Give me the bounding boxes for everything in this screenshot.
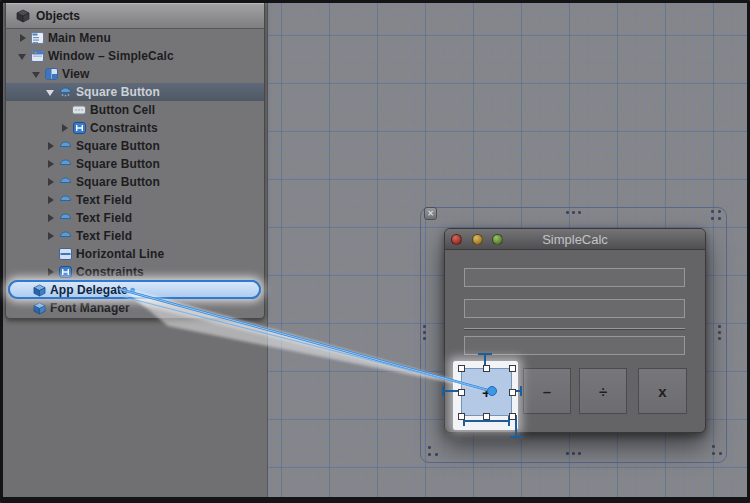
outline-row-constraints[interactable]: Constraints — [6, 119, 264, 137]
outline-row-square-button[interactable]: Square Button — [6, 137, 264, 155]
constraints-icon — [58, 266, 72, 279]
left-resize-handle[interactable] — [423, 331, 426, 334]
divide-button[interactable]: ÷ — [579, 368, 627, 414]
disclosure-triangle-icon[interactable] — [46, 177, 56, 187]
connection-origin-dot[interactable] — [130, 288, 135, 293]
bottom-right-resize-handle[interactable] — [712, 452, 715, 455]
disclosure-triangle-icon[interactable] — [18, 51, 28, 61]
selection-handle[interactable] — [483, 413, 490, 420]
minus-button[interactable]: – — [523, 368, 571, 414]
constraints-icon — [72, 122, 86, 135]
right-resize-handle[interactable] — [718, 337, 721, 340]
disclosure-triangle-icon[interactable] — [18, 33, 28, 43]
left-resize-handle[interactable] — [423, 325, 426, 328]
constraint-beam — [510, 436, 523, 438]
cube-icon — [32, 302, 46, 315]
constraint-beam — [520, 386, 522, 396]
disclosure-triangle-icon[interactable] — [46, 231, 56, 241]
row-label: Text Field — [76, 211, 132, 225]
view-icon — [44, 68, 58, 81]
top-right-resize-handle[interactable] — [711, 210, 714, 213]
selection-handle[interactable] — [458, 389, 465, 396]
text-field-icon — [58, 212, 72, 225]
plus-button[interactable]: + — [461, 368, 512, 416]
outline-row-text-field[interactable]: Text Field — [6, 227, 264, 245]
objects-cube-icon — [16, 9, 30, 23]
disclosure-triangle-icon[interactable] — [46, 195, 56, 205]
panel-title: Objects — [36, 9, 80, 23]
outline-row-button-cell[interactable]: Button Cell — [6, 101, 264, 119]
outline-row-main-menu[interactable]: Main Menu — [6, 29, 264, 47]
interface-builder-screenshot: ✕ SimpleCalc — [0, 0, 750, 503]
row-label: Text Field — [76, 193, 132, 207]
row-label: Square Button — [76, 139, 160, 153]
outline-row-app-delegate[interactable]: App Delegate — [6, 281, 264, 299]
right-resize-handle[interactable] — [718, 331, 721, 334]
window-titlebar[interactable]: SimpleCalc — [445, 229, 705, 250]
outline-row-view[interactable]: View — [6, 65, 264, 83]
disclosure-triangle-icon[interactable] — [60, 123, 70, 133]
selection-handle[interactable] — [509, 413, 516, 420]
row-label: Horizontal Line — [76, 247, 164, 261]
outline-row-square-button-selected[interactable]: Square Button — [6, 83, 264, 101]
objects-panel-header: Objects — [6, 3, 264, 29]
bottom-resize-handle[interactable] — [578, 452, 581, 455]
row-label: Text Field — [76, 229, 132, 243]
bottom-resize-handle[interactable] — [572, 452, 575, 455]
right-resize-handle[interactable] — [718, 325, 721, 328]
row-label: Square Button — [76, 175, 160, 189]
bottom-resize-handle[interactable] — [566, 452, 569, 455]
outline-row-square-button[interactable]: Square Button — [6, 173, 264, 191]
outline-row-window-simplecalc[interactable]: Window – SimpleCalc — [6, 47, 264, 65]
top-right-resize-handle[interactable] — [711, 217, 714, 220]
selection-handle[interactable] — [509, 389, 516, 396]
square-button-icon — [58, 140, 72, 153]
disclosure-triangle-icon[interactable] — [46, 213, 56, 223]
outline-row-square-button[interactable]: Square Button — [6, 155, 264, 173]
square-button-icon — [58, 158, 72, 171]
multiply-button[interactable]: x — [638, 368, 687, 414]
outline-row-horizontal-line[interactable]: Horizontal Line — [6, 245, 264, 263]
top-right-resize-handle[interactable] — [718, 217, 721, 220]
window-title: SimpleCalc — [445, 232, 705, 247]
left-resize-handle[interactable] — [423, 337, 426, 340]
text-field-3[interactable] — [464, 336, 685, 355]
bottom-left-resize-handle[interactable] — [435, 453, 438, 456]
text-field-icon — [58, 194, 72, 207]
text-field-icon — [58, 230, 72, 243]
text-field-2[interactable] — [464, 299, 685, 318]
selection-handle[interactable] — [458, 365, 465, 372]
close-icon[interactable]: ✕ — [424, 207, 437, 220]
top-resize-handle[interactable] — [578, 211, 581, 214]
selection-handle[interactable] — [458, 413, 465, 420]
row-label: Square Button — [76, 157, 160, 171]
window-icon — [30, 50, 44, 63]
selection-handle[interactable] — [509, 365, 516, 372]
row-label: Constraints — [76, 265, 144, 279]
disclosure-triangle-icon[interactable] — [32, 69, 42, 79]
selection-handle[interactable] — [483, 365, 490, 372]
disclosure-triangle-icon[interactable] — [46, 267, 56, 277]
bottom-left-resize-handle[interactable] — [428, 446, 431, 449]
indent-spacer — [60, 105, 70, 115]
outline-row-text-field[interactable]: Text Field — [6, 191, 264, 209]
row-label: Font Manager — [50, 301, 130, 315]
top-resize-handle[interactable] — [566, 211, 569, 214]
outline-row-font-manager[interactable]: Font Manager — [6, 299, 264, 317]
disclosure-triangle-icon[interactable] — [46, 159, 56, 169]
editor-canvas[interactable]: ✕ SimpleCalc — [268, 3, 747, 497]
text-field-1[interactable] — [464, 268, 685, 287]
top-right-resize-handle[interactable] — [718, 210, 721, 213]
disclosure-triangle-icon[interactable] — [46, 87, 56, 97]
outline-row-text-field[interactable]: Text Field — [6, 209, 264, 227]
indent-spacer — [46, 249, 56, 259]
disclosure-triangle-icon[interactable] — [46, 141, 56, 151]
bottom-right-resize-handle[interactable] — [719, 452, 722, 455]
constraint-beam — [442, 386, 444, 396]
top-resize-handle[interactable] — [572, 211, 575, 214]
bottom-right-resize-handle[interactable] — [712, 445, 715, 448]
outline-row-constraints[interactable]: Constraints — [6, 263, 264, 281]
bottom-left-resize-handle[interactable] — [428, 453, 431, 456]
row-label: Square Button — [76, 85, 160, 99]
cube-icon — [32, 284, 46, 297]
